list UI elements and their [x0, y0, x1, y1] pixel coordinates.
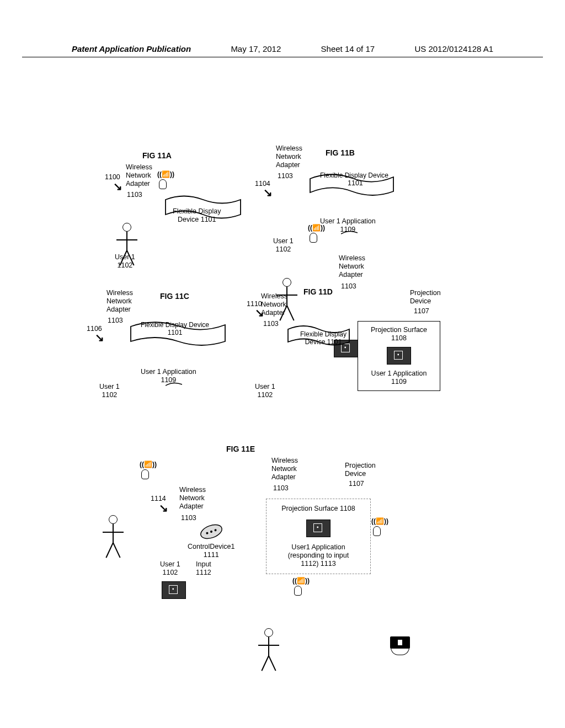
wireless-adapter-icon: ((📶))	[287, 577, 309, 599]
arrow-icon: ↘	[263, 186, 273, 199]
control-device-label: ControlDevice11111	[188, 543, 234, 559]
arrow-icon: ↘	[255, 306, 264, 319]
adapter-label-e2: Wireless Network Adapter	[271, 457, 298, 481]
arrow-icon: ↘	[113, 180, 122, 193]
proj-surface-label-d: Projection Surface1108	[363, 326, 435, 342]
user-icon	[102, 515, 124, 565]
figure-content: FIG 11A 1100 ↘ Wireless Network Adapter …	[0, 57, 565, 719]
adapter-label-c: Wireless Network Adapter	[106, 289, 133, 314]
flex-display-label-d: Flexible DisplayDevice 1101	[300, 330, 347, 346]
adapter-label-a: Wireless Network Adapter	[126, 163, 152, 188]
app-window-icon: ▪	[306, 520, 331, 537]
adapter-num-a: 1103	[127, 191, 142, 199]
user1-app-resp-label: User1 Application (responding to input 1…	[272, 543, 365, 568]
arrow-icon: ↘	[95, 331, 104, 344]
flex-display-label-a: Flexible DisplayDevice 1101	[173, 207, 221, 224]
fig-11d-title: FIG 11D	[303, 287, 333, 296]
user1-app-label-d: User 1 Application1109	[363, 370, 435, 386]
adapter-label-d2: Wireless Network Adapter	[261, 292, 287, 317]
user-icon	[258, 628, 280, 678]
header-pubno: US 2012/0124128 A1	[414, 44, 493, 53]
page-header: Patent Application Publication May 17, 2…	[22, 0, 543, 57]
fig-11e-title: FIG 11E	[226, 445, 255, 453]
header-sheet: Sheet 14 of 17	[321, 44, 375, 53]
user1-label-b: User 11102	[273, 237, 294, 254]
fig-11c-title: FIG 11C	[160, 292, 189, 301]
projector-icon	[386, 636, 414, 656]
flex-display-label-c: Flexible Display Device1101	[141, 321, 209, 337]
user1-label-a: User 11102	[115, 253, 135, 270]
fig-11b-title: FIG 11B	[326, 148, 355, 157]
header-publication: Patent Application Publication	[72, 44, 191, 53]
input-label: Input1112	[196, 560, 211, 577]
proj-device-label-e: Projection Device	[345, 462, 376, 478]
adapter-num-e1: 1103	[181, 514, 196, 522]
user1-label-d: User 11102	[255, 383, 275, 399]
flex-display-label-b: Flexible Display Device	[320, 172, 388, 179]
adapter-label-d1: Wireless Network Adapter	[339, 254, 365, 279]
adapter-num-c: 1103	[108, 317, 123, 325]
adapter-num-d1: 1103	[341, 282, 356, 291]
curve-line	[166, 381, 182, 389]
adapter-label-b: Wireless Network Adapter	[276, 144, 302, 169]
wireless-adapter-icon: ((📶))	[152, 170, 174, 192]
curve-line	[341, 229, 358, 238]
adapter-label-e1: Wireless Network Adapter	[179, 486, 206, 511]
arrow-icon: ↘	[159, 501, 168, 515]
flex-display-num-b: 1101	[348, 179, 363, 188]
adapter-num-e2: 1103	[273, 484, 289, 493]
fig-11a-title: FIG 11A	[142, 151, 172, 160]
adapter-num-d2: 1103	[263, 320, 279, 328]
proj-device-num-d: 1107	[414, 307, 429, 315]
user1-label-e: User 11102	[160, 560, 180, 577]
projection-surface-dashed: Projection Surface 1108 ▪ User1 Applicat…	[266, 499, 371, 574]
remote-control-icon	[198, 521, 225, 544]
app-window-icon: ▪	[387, 347, 411, 365]
user1-label-c: User 11102	[99, 383, 120, 399]
wireless-adapter-icon: ((📶))	[134, 461, 156, 483]
projection-surface: Projection Surface1108 ▪ User 1 Applicat…	[358, 321, 440, 391]
app-window-icon: ▪	[162, 581, 186, 599]
header-date: May 17, 2012	[231, 44, 281, 53]
proj-surface-label-e: Projection Surface 1108	[272, 505, 365, 520]
proj-device-num-e: 1107	[349, 480, 364, 488]
proj-device-label-d: Projection Device	[410, 289, 441, 306]
adapter-num-b: 1103	[278, 172, 293, 180]
